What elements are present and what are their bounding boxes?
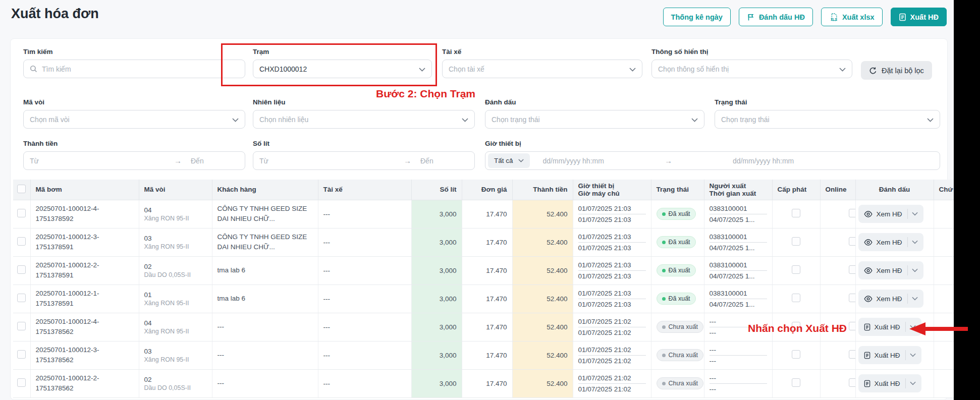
row-checkbox[interactable]: [17, 350, 26, 359]
reset-filters-button[interactable]: Đặt lại bộ lọc: [861, 61, 932, 80]
amount-value: 52.400: [512, 256, 573, 284]
button-divider: [907, 209, 908, 219]
server-time-value: 01/07/2025 21:02: [578, 384, 646, 393]
row-checkbox[interactable]: [17, 209, 26, 217]
grant-checkbox[interactable]: [792, 265, 800, 274]
status-placeholder: Chọn trạng thái: [721, 116, 770, 124]
pump-code: 20250701-100012-2-1751378591: [36, 260, 134, 280]
search-input[interactable]: [42, 65, 239, 73]
row-checkbox[interactable]: [17, 322, 26, 330]
filter-fuel: Nhiên liệu Chọn nhiên liệu: [253, 98, 475, 129]
eye-icon: [864, 296, 873, 302]
nozzle-code: 02: [144, 376, 207, 383]
pump-code: 20250701-100012-4-1751378562: [36, 317, 134, 336]
nozzle-code: 01: [144, 291, 207, 299]
device-time-value: 01/07/2025 21:03: [578, 261, 646, 271]
arrow-right-icon: →: [404, 156, 411, 165]
grant-checkbox[interactable]: [792, 378, 800, 387]
device-time-to-input[interactable]: dd/mm/yyyy hh:mm: [733, 157, 794, 165]
display-params-select[interactable]: Chọn thông số hiển thị: [651, 60, 852, 78]
station-select[interactable]: CHXD1000012: [253, 60, 432, 78]
chevron-down-icon[interactable]: [912, 268, 918, 272]
driver-name: ---: [318, 200, 411, 228]
filter-liters-range: Số lít Từ → Đến: [253, 140, 475, 170]
export-invoice-button[interactable]: Xuất HĐ: [891, 8, 947, 26]
header-status: Trạng thái: [651, 180, 704, 200]
driver-select[interactable]: Chọn tài xế: [442, 60, 642, 78]
online-checkbox[interactable]: [849, 265, 856, 274]
grant-checkbox[interactable]: [792, 237, 800, 246]
device-time-mode-select[interactable]: Tất cả: [488, 153, 530, 168]
chevron-down-icon: [518, 159, 524, 162]
arrow-right-icon: →: [174, 156, 182, 165]
liters-value: 3,000: [411, 313, 462, 341]
online-checkbox[interactable]: [849, 378, 856, 387]
fuel-type: Xăng RON 95-II: [144, 356, 207, 363]
row-action-button[interactable]: Xem HĐ: [858, 290, 923, 308]
mark-invoice-button[interactable]: Đánh dấu HĐ: [739, 8, 813, 26]
station-label: Trạm: [253, 48, 432, 55]
device-time-value: 01/07/2025 21:03: [578, 290, 646, 299]
table-row: 20250701-100012-3-1751378562 03 Xăng RON…: [13, 341, 954, 369]
pump-code: 20250701-100012-3-1751378591: [36, 232, 134, 252]
online-checkbox[interactable]: [849, 350, 856, 359]
row-checkbox[interactable]: [17, 265, 26, 274]
grant-checkbox[interactable]: [792, 209, 800, 217]
device-time-from-input[interactable]: dd/mm/yyyy hh:mm: [543, 157, 604, 165]
search-label: Tìm kiếm: [23, 48, 245, 55]
select-all-checkbox[interactable]: [17, 185, 26, 193]
grant-checkbox[interactable]: [792, 350, 800, 359]
status-dot-icon: [662, 297, 666, 301]
server-time-value: 01/07/2025 21:02: [578, 356, 646, 365]
row-action-button[interactable]: Xuất HĐ: [858, 374, 921, 392]
row-action-button[interactable]: Xem HĐ: [858, 233, 923, 251]
chevron-down-icon[interactable]: [910, 353, 916, 357]
chevron-down-icon[interactable]: [910, 381, 916, 385]
price-value: 17.470: [462, 256, 512, 284]
chevron-down-icon[interactable]: [912, 212, 918, 216]
export-xlsx-button[interactable]: XLS Xuất xlsx: [821, 8, 883, 26]
row-action-label: Xem HĐ: [877, 295, 902, 303]
status-select[interactable]: Chọn trạng thái: [715, 110, 940, 129]
liters-to-input[interactable]: Đến: [420, 157, 468, 165]
row-action-button[interactable]: Xem HĐ: [858, 205, 923, 223]
row-checkbox[interactable]: [17, 378, 26, 387]
fuel-select[interactable]: Chọn nhiên liệu: [253, 110, 475, 129]
status-filter-label: Trạng thái: [715, 98, 940, 106]
chevron-down-icon[interactable]: [912, 240, 918, 244]
online-checkbox[interactable]: [849, 322, 856, 330]
chevron-down-icon: [629, 65, 636, 73]
customer-name: ---: [217, 322, 313, 332]
nozzle-select[interactable]: Chọn mã vòi: [23, 110, 245, 129]
amount-from-input[interactable]: Từ: [30, 157, 174, 165]
online-checkbox[interactable]: [849, 294, 856, 302]
export-time-value: 04/07/2025 1...: [710, 243, 767, 252]
liters-range-label: Số lít: [253, 140, 475, 147]
button-divider: [905, 378, 906, 388]
filter-device-time: Giờ thiết bị Tất cả dd/mm/yyyy hh:mm → d…: [485, 140, 940, 170]
export-time-value: 04/07/2025 1...: [710, 299, 767, 308]
chevron-down-icon: [927, 116, 934, 124]
document-icon: [864, 323, 870, 331]
online-checkbox[interactable]: [849, 209, 856, 217]
row-action-label: Xem HĐ: [877, 267, 902, 274]
table-row: 20250701-100012-1-1751378591 01 Xăng RON…: [13, 284, 954, 313]
row-action-button[interactable]: Xem HĐ: [858, 261, 923, 279]
filter-driver: Tài xế Chọn tài xế: [442, 48, 642, 78]
row-checkbox[interactable]: [17, 294, 26, 302]
mark-select[interactable]: Chọn trạng thái: [485, 110, 704, 129]
online-checkbox[interactable]: [849, 237, 856, 246]
table-row: 20250701-100012-2-1751378562 02 Dầu DO 0…: [13, 369, 954, 397]
export-xlsx-label: Xuất xlsx: [842, 13, 875, 21]
row-action-button[interactable]: Xuất HĐ: [858, 346, 921, 364]
button-divider: [905, 322, 906, 332]
chevron-down-icon[interactable]: [912, 297, 918, 301]
grant-checkbox[interactable]: [792, 294, 800, 302]
row-checkbox[interactable]: [17, 237, 26, 246]
export-invoice-label: Xuất HĐ: [910, 13, 939, 21]
liters-from-input[interactable]: Từ: [259, 157, 404, 165]
filter-nozzle: Mã vòi Chọn mã vòi: [23, 98, 245, 129]
daily-stats-button[interactable]: Thống kê ngày: [663, 8, 731, 26]
fuel-type: Xăng RON 95-II: [144, 243, 207, 250]
amount-to-input[interactable]: Đến: [191, 157, 239, 165]
